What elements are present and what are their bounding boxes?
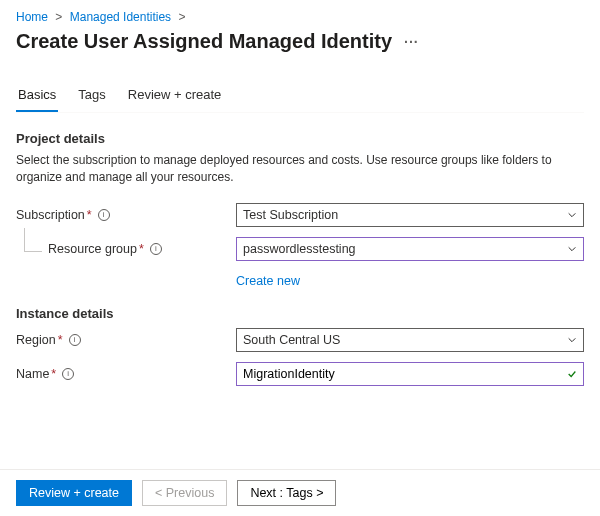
project-details-description: Select the subscription to manage deploy… (16, 152, 584, 186)
chevron-right-icon: > (55, 10, 62, 24)
resource-group-label: Resource group * i (16, 242, 236, 256)
next-tags-button[interactable]: Next : Tags > (237, 480, 336, 506)
tree-connector-icon (24, 228, 42, 252)
more-actions-icon[interactable]: ··· (404, 34, 419, 50)
info-icon[interactable]: i (98, 209, 110, 221)
tab-tags[interactable]: Tags (76, 81, 107, 112)
instance-details-heading: Instance details (16, 306, 584, 321)
previous-button: < Previous (142, 480, 227, 506)
checkmark-icon (567, 369, 577, 379)
create-new-resource-group-link[interactable]: Create new (236, 274, 300, 288)
name-input[interactable] (243, 367, 567, 381)
info-icon[interactable]: i (69, 334, 81, 346)
review-create-button[interactable]: Review + create (16, 480, 132, 506)
subscription-label: Subscription * i (16, 208, 236, 222)
info-icon[interactable]: i (62, 368, 74, 380)
required-indicator: * (139, 242, 144, 256)
region-dropdown[interactable]: South Central US (236, 328, 584, 352)
tabs: Basics Tags Review + create (16, 81, 584, 113)
required-indicator: * (51, 367, 56, 381)
breadcrumb-home[interactable]: Home (16, 10, 48, 24)
name-label: Name * i (16, 367, 236, 381)
chevron-down-icon (567, 335, 577, 345)
subscription-value: Test Subscription (243, 208, 338, 222)
breadcrumb-managed-identities[interactable]: Managed Identities (70, 10, 171, 24)
region-value: South Central US (243, 333, 340, 347)
resource-group-value: passwordlesstesting (243, 242, 356, 256)
project-details-heading: Project details (16, 131, 584, 146)
tab-review-create[interactable]: Review + create (126, 81, 224, 112)
region-label: Region * i (16, 333, 236, 347)
page-title: Create User Assigned Managed Identity ··… (16, 30, 584, 53)
required-indicator: * (87, 208, 92, 222)
chevron-down-icon (567, 244, 577, 254)
info-icon[interactable]: i (150, 243, 162, 255)
resource-group-dropdown[interactable]: passwordlesstesting (236, 237, 584, 261)
required-indicator: * (58, 333, 63, 347)
chevron-down-icon (567, 210, 577, 220)
breadcrumb: Home > Managed Identities > (16, 10, 584, 24)
subscription-dropdown[interactable]: Test Subscription (236, 203, 584, 227)
footer-bar: Review + create < Previous Next : Tags > (0, 469, 600, 516)
chevron-right-icon: > (178, 10, 185, 24)
name-input-wrapper (236, 362, 584, 386)
tab-basics[interactable]: Basics (16, 81, 58, 112)
